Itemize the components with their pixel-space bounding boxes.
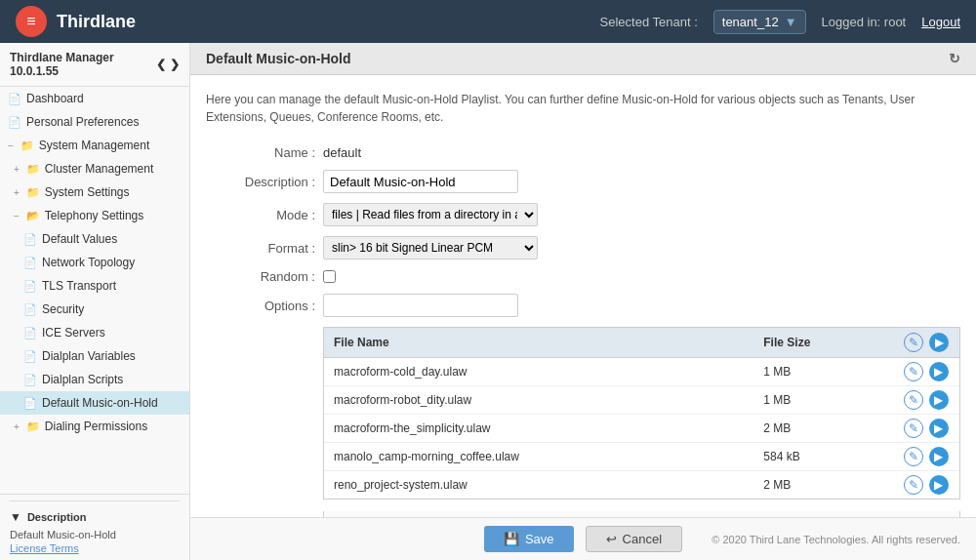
- sidebar-item-cluster-management[interactable]: + 📁 Cluster Management: [0, 157, 189, 180]
- sidebar-item-default-music-on-hold[interactable]: 📄 Default Music-on-Hold: [0, 391, 189, 415]
- options-input[interactable]: [323, 294, 518, 317]
- name-value: default: [323, 145, 361, 160]
- folder-icon: 📂: [26, 210, 40, 222]
- file-name-cell: manolo_camp-morning_coffee.ulaw: [324, 443, 753, 471]
- random-checkbox[interactable]: [323, 270, 336, 283]
- sidebar-label-default-music-on-hold: Default Music-on-Hold: [42, 396, 158, 410]
- tenant-name: tenant_12: [722, 15, 779, 29]
- main-content: Here you can manage the default Music-on…: [190, 75, 976, 517]
- page-icon: 📄: [23, 374, 37, 386]
- description-input[interactable]: [323, 170, 518, 193]
- sidebar-item-telephony-settings[interactable]: − 📂 Telephony Settings: [0, 204, 189, 227]
- file-edit-button[interactable]: ✎: [904, 390, 923, 410]
- sidebar-item-network-topology[interactable]: 📄 Network Topology: [0, 251, 189, 274]
- logged-in-label: Logged in: root: [822, 15, 907, 29]
- sidebar-item-default-values[interactable]: 📄 Default Values: [0, 227, 189, 251]
- sidebar-footer: ▼ Description Default Music-on-Hold Lice…: [0, 494, 189, 560]
- sidebar-item-tls-transport[interactable]: 📄 TLS Transport: [0, 274, 189, 298]
- sidebar-item-security[interactable]: 📄 Security: [0, 298, 189, 321]
- sidebar-item-system-settings[interactable]: + 📁 System Settings: [0, 180, 189, 204]
- main-footer: 💾 Save ↩ Cancel © 2020 Third Lane Techno…: [190, 517, 976, 560]
- sidebar-label-system-settings: System Settings: [45, 185, 130, 199]
- format-label: Format :: [206, 241, 323, 256]
- folder-icon: 📁: [26, 186, 40, 199]
- table-row: reno_project-system.ulaw 2 MB ✎ ▶: [324, 471, 959, 500]
- sidebar-label-network-topology: Network Topology: [42, 256, 135, 269]
- chevron-down-icon: ▼: [785, 15, 797, 29]
- sidebar-label-dialing-permissions: Dialing Permissions: [45, 420, 147, 433]
- tenant-selector[interactable]: tenant_12 ▼: [713, 10, 806, 34]
- sidebar-header-icons: ❮ ❯: [156, 58, 180, 71]
- sidebar-label-dialplan-variables: Dialplan Variables: [42, 349, 136, 363]
- sidebar-item-dashboard[interactable]: 📄 Dashboard: [0, 87, 189, 110]
- sidebar-item-ice-servers[interactable]: 📄 ICE Servers: [0, 321, 189, 344]
- main-content-area: Default Music-on-Hold ↻ Here you can man…: [190, 43, 976, 560]
- sidebar-item-system-management[interactable]: − 📁 System Management: [0, 134, 189, 157]
- table-row: macroform-robot_dity.ulaw 1 MB ✎ ▶: [324, 386, 959, 415]
- info-text: Here you can manage the default Music-on…: [206, 91, 960, 126]
- page-icon: 📄: [23, 257, 37, 269]
- sidebar-header: Thirdlane Manager 10.0.1.55 ❮ ❯: [0, 43, 189, 87]
- sidebar-footer-value: Default Music-on-Hold: [10, 527, 180, 542]
- plus-icon: +: [14, 164, 20, 175]
- minus-icon: −: [14, 211, 20, 221]
- table-header-play-icon[interactable]: ▶: [929, 333, 949, 352]
- file-edit-button[interactable]: ✎: [904, 447, 923, 466]
- sidebar-label-ice-servers: ICE Servers: [42, 326, 105, 340]
- file-table: File Name File Size ✎ ▶ macroform-: [324, 328, 959, 499]
- file-edit-button[interactable]: ✎: [904, 475, 923, 495]
- logout-button[interactable]: Logout: [921, 15, 960, 29]
- cancel-icon: ↩: [606, 532, 617, 546]
- expand-icon[interactable]: ❯: [170, 58, 180, 71]
- page-icon: 📄: [8, 116, 21, 129]
- col-header-actions: ✎ ▶: [893, 328, 959, 358]
- sidebar-label-cluster-management: Cluster Management: [45, 162, 153, 176]
- file-play-button[interactable]: ▶: [929, 447, 949, 466]
- sidebar-item-personal-preferences[interactable]: 📄 Personal Preferences: [0, 110, 189, 134]
- footer-buttons: 💾 Save ↩ Cancel: [458, 526, 710, 552]
- minus-icon: −: [8, 140, 14, 151]
- license-terms-link[interactable]: License Terms: [10, 542, 180, 554]
- table-header-edit-icon[interactable]: ✎: [904, 333, 923, 352]
- sidebar-item-dialplan-variables[interactable]: 📄 Dialplan Variables: [0, 344, 189, 368]
- sidebar: Thirdlane Manager 10.0.1.55 ❮ ❯ 📄 Dashbo…: [0, 43, 190, 560]
- refresh-icon[interactable]: ↻: [949, 51, 960, 66]
- file-size-cell: 1 MB: [753, 358, 893, 386]
- sidebar-footer-section: Description: [27, 507, 87, 527]
- format-select[interactable]: slin> 16 bit Signed Linear PCM: [323, 236, 538, 260]
- table-row: manolo_camp-morning_coffee.ulaw 584 kB ✎…: [324, 443, 959, 471]
- folder-icon: 📁: [20, 140, 34, 152]
- page-icon: 📄: [23, 350, 37, 363]
- sidebar-label-dashboard: Dashboard: [26, 92, 84, 105]
- mode-select[interactable]: files | Read files from a directory in a…: [323, 203, 538, 226]
- form-row-options: Options :: [206, 294, 960, 317]
- random-label: Random :: [206, 269, 323, 284]
- file-size-cell: 2 MB: [753, 471, 893, 500]
- sidebar-item-dialplan-scripts[interactable]: 📄 Dialplan Scripts: [0, 368, 189, 391]
- app-title: Thirdlane: [57, 12, 136, 32]
- save-icon: 💾: [504, 532, 519, 546]
- save-button[interactable]: 💾 Save: [484, 526, 574, 552]
- sidebar-label-personal-preferences: Personal Preferences: [26, 115, 139, 129]
- selected-tenant-label: Selected Tenant :: [600, 15, 698, 29]
- expand-chevron-icon[interactable]: ▼: [10, 510, 21, 524]
- collapse-icon[interactable]: ❮: [156, 58, 166, 71]
- file-play-button[interactable]: ▶: [929, 362, 949, 381]
- file-edit-button[interactable]: ✎: [904, 419, 923, 438]
- mode-label: Mode :: [206, 208, 323, 222]
- file-edit-button[interactable]: ✎: [904, 362, 923, 381]
- sidebar-label-security: Security: [42, 302, 84, 316]
- file-play-button[interactable]: ▶: [929, 390, 949, 410]
- file-name-cell: macroform-the_simplicity.ulaw: [324, 415, 753, 443]
- file-play-button[interactable]: ▶: [929, 475, 949, 495]
- sidebar-label-default-values: Default Values: [42, 232, 117, 246]
- sidebar-item-dialing-permissions[interactable]: + 📁 Dialing Permissions: [0, 415, 189, 438]
- cancel-button[interactable]: ↩ Cancel: [586, 526, 682, 552]
- page-icon: 📄: [23, 303, 37, 316]
- header-right: Selected Tenant : tenant_12 ▼ Logged in:…: [600, 10, 960, 34]
- folder-icon: 📁: [26, 420, 40, 433]
- file-name-cell: macroform-cold_day.ulaw: [324, 358, 753, 386]
- col-header-filesize: File Size: [753, 328, 893, 358]
- file-play-button[interactable]: ▶: [929, 419, 949, 438]
- description-label: Description :: [206, 175, 323, 189]
